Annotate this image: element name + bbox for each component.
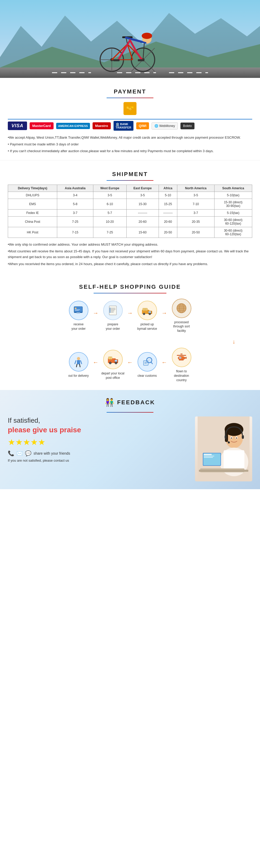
- shipment-table: Delivery Time(days) Asia Australia West …: [8, 185, 252, 238]
- carrier-dhl: DHL/UPS: [8, 192, 57, 199]
- svg-point-100: [236, 437, 237, 439]
- carrier-hk-post: HK Post: [8, 227, 57, 238]
- svg-rect-71: [115, 360, 117, 362]
- svg-point-25: [142, 33, 152, 39]
- guide-step-processed: processedthrough sort facility: [169, 299, 195, 333]
- email-icon: ✉️: [17, 450, 23, 457]
- col-africa: Africa: [158, 185, 177, 192]
- table-row: Fedex IE 3-7 5-7 --------- --------- 3-7…: [8, 210, 252, 217]
- col-south-america: South America: [214, 185, 252, 192]
- guide-title: SELF-HELP SHOPPING GUIDE: [8, 283, 252, 290]
- svg-rect-108: [199, 470, 248, 472]
- flown-label: flown todestination country: [169, 369, 195, 382]
- feedback-content: If satisfied, please give us praise ★★★★…: [8, 416, 252, 482]
- guide-step-delivery: out for delivery: [65, 352, 91, 378]
- col-west-europe: West Europe: [93, 185, 126, 192]
- pickup-icon: [138, 301, 157, 320]
- maestro-logo: Maestro: [92, 122, 111, 129]
- local-post-icon: [103, 350, 123, 369]
- svg-rect-86: [180, 354, 182, 354]
- carrier-ems: EMS: [8, 199, 57, 210]
- svg-rect-85: [177, 355, 186, 356]
- arrow-3: →: [162, 310, 167, 316]
- feedback-title: FEEDBACK: [117, 399, 155, 406]
- payment-divider: [8, 119, 252, 119]
- not-satisfied-text: If you are not satisfied, please contact…: [8, 459, 190, 462]
- guide-step-customs: clear customs: [134, 352, 160, 378]
- hero-banner: [0, 0, 260, 78]
- please-give-praise-text: please give us praise: [8, 426, 190, 434]
- receive-order-label: receiveyour order: [71, 322, 86, 331]
- payment-center-icon: 🤝: [123, 102, 137, 115]
- shipment-text-3: •When you recerivied the items you order…: [8, 261, 252, 267]
- carrier-china-post: China Post: [8, 217, 57, 227]
- svg-line-66: [81, 361, 82, 364]
- svg-point-44: [110, 308, 111, 309]
- svg-point-81: [148, 359, 151, 362]
- guide-step-receive: receiveyour order: [65, 301, 91, 331]
- svg-rect-106: [224, 450, 244, 471]
- shipment-title: SHIPMENT: [8, 171, 252, 178]
- svg-rect-88: [185, 357, 186, 359]
- svg-rect-50: [148, 311, 151, 313]
- svg-rect-31: [113, 59, 120, 61]
- local-post-label: depart your localpost office: [102, 371, 124, 380]
- svg-point-52: [144, 313, 145, 314]
- guide-step-flown: flown todestination country: [169, 348, 195, 382]
- boleto-logo: Boleto: [180, 123, 195, 129]
- social-share-row: 📞 ✉️ 💬 share with your friends: [8, 450, 190, 457]
- svg-point-99: [231, 437, 232, 439]
- shipment-text-2: •Most countries will receive the items a…: [8, 248, 252, 260]
- feedback-header: 👫 FEEDBACK: [8, 398, 252, 407]
- svg-line-26: [143, 42, 146, 43]
- svg-point-75: [115, 363, 116, 364]
- col-asia: Asia Australia: [57, 185, 93, 192]
- payment-text-3: • If you can't checkout immediately afte…: [8, 148, 252, 154]
- shipment-text-1: •We only ship to confirmed order address…: [8, 242, 252, 247]
- svg-rect-37: [75, 310, 80, 310]
- table-row: EMS 5-8 6-10 15-30 15-25 7-10 15-30 (dir…: [8, 199, 252, 210]
- svg-line-68: [80, 364, 80, 367]
- svg-rect-111: [204, 454, 212, 455]
- delivery-label: out for delivery: [68, 374, 89, 378]
- mastercard-logo: MasterCard: [30, 122, 54, 129]
- guide-arrow-down: ↓: [8, 338, 252, 345]
- phone-icon: 📞: [8, 450, 14, 457]
- svg-rect-35: [77, 312, 80, 314]
- svg-rect-101: [225, 435, 227, 439]
- delivery-icon: [69, 352, 88, 372]
- svg-point-104: [228, 441, 230, 443]
- svg-point-46: [110, 310, 111, 311]
- processed-icon: [172, 299, 191, 318]
- svg-rect-38: [75, 310, 79, 311]
- guide-step-prepare: prepareyour order: [100, 301, 126, 331]
- svg-rect-32: [138, 59, 144, 61]
- handshake-icon: 🤝: [126, 105, 134, 112]
- svg-rect-64: [77, 360, 80, 364]
- svg-point-47: [110, 312, 111, 313]
- col-east-europe: East Europe: [126, 185, 159, 192]
- table-row: HK Post 7-15 7-25 15-60 20-50 20-50 30-6…: [8, 227, 252, 238]
- pickup-label: picked upbymail service: [137, 322, 157, 331]
- payment-text-1: •We accept Alipay, West Union,TT,Bank Tr…: [8, 135, 252, 141]
- flown-icon: [172, 348, 191, 367]
- svg-point-73: [110, 363, 111, 364]
- shipment-section: SHIPMENT Delivery Time(days) Asia Austra…: [0, 160, 260, 273]
- chat-icon: 💬: [25, 450, 31, 457]
- table-row: DHL/UPS 3-4 3-5 3-5 5-10 3-5 5-10(tax): [8, 192, 252, 199]
- svg-point-54: [149, 313, 150, 314]
- guide-section: SELF-HELP SHOPPING GUIDE receiveyour ord…: [0, 273, 260, 390]
- share-text: share with your friends: [33, 451, 70, 456]
- payment-title-underline: [107, 98, 153, 98]
- payment-text-2: • Payment must be made within 3 days of …: [8, 142, 252, 147]
- prepare-order-label: prepareyour order: [106, 322, 120, 331]
- star-rating: ★★★★★: [8, 437, 190, 447]
- customs-label: clear customs: [138, 374, 157, 378]
- customs-icon: [138, 352, 157, 372]
- svg-point-63: [77, 357, 80, 360]
- arrow-2: →: [127, 310, 133, 316]
- guide-step-local-post: depart your localpost office: [100, 350, 126, 380]
- amex-logo: AMERICAN EXPRESS: [56, 123, 90, 129]
- table-header-row: Delivery Time(days) Asia Australia West …: [8, 185, 252, 192]
- processed-label: processedthrough sort facility: [169, 320, 195, 333]
